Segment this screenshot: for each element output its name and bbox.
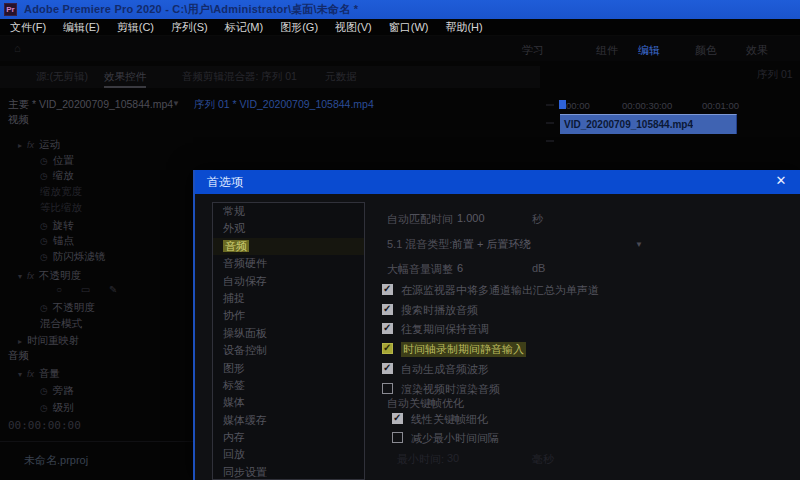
chevron-down-icon[interactable]: ▼ xyxy=(172,99,180,108)
mask-tool-icons[interactable]: ○ ▭ ✎ xyxy=(56,284,125,295)
pref-category-sync-settings[interactable]: 同步设置 xyxy=(213,464,364,480)
project-file-name[interactable]: 未命名.prproj xyxy=(24,453,88,468)
pref-category-auto-save[interactable]: 自动保存 xyxy=(213,273,364,290)
disclosure-triangle-icon[interactable]: ▸ xyxy=(18,141,22,150)
checkbox-mute-input-recording[interactable] xyxy=(382,343,393,354)
playhead-timecode[interactable]: 00:00:00:00 xyxy=(8,419,81,432)
pref-category-media-cache[interactable]: 媒体缓存 xyxy=(213,412,364,429)
fx-row-uniform-scale[interactable]: 等比缩放 xyxy=(40,201,82,215)
home-icon[interactable]: ⌂ xyxy=(14,42,21,54)
stopwatch-icon[interactable]: ◷ xyxy=(40,303,48,313)
menu-sequence[interactable]: 序列(S) xyxy=(169,19,210,36)
close-icon[interactable]: ✕ xyxy=(772,173,790,188)
workspace-tab-effects[interactable]: 效果 xyxy=(746,43,768,58)
workspace-tab-color[interactable]: 颜色 xyxy=(695,43,717,58)
menu-help[interactable]: 帮助(H) xyxy=(443,19,484,36)
checkbox-label[interactable]: 往复期间保持音调 xyxy=(401,322,489,337)
tab-audio-clip-mixer[interactable]: 音频剪辑混合器: 序列 01 xyxy=(182,70,297,84)
timeline-playhead[interactable] xyxy=(559,100,566,109)
fx-row-antiflicker[interactable]: ◷防闪烁滤镜 xyxy=(40,250,105,264)
disclosure-triangle-icon[interactable]: ▾ xyxy=(18,370,22,379)
disclosure-triangle-icon[interactable]: ▾ xyxy=(18,272,22,281)
workspace-tab-editing[interactable]: 编辑 xyxy=(638,43,660,58)
stopwatch-icon[interactable]: ◷ xyxy=(40,171,48,181)
pref-category-appearance[interactable]: 外观 xyxy=(213,220,364,237)
menu-edit[interactable]: 编辑(E) xyxy=(61,19,102,36)
stopwatch-icon[interactable]: ◷ xyxy=(40,156,48,166)
tab-effect-controls[interactable]: 效果控件 xyxy=(104,70,146,84)
checkbox-play-audio-scrub[interactable] xyxy=(382,304,393,315)
fx-row-label: 运动 xyxy=(39,138,60,150)
timeline-clip[interactable]: VID_20200709_105844.mp4 xyxy=(560,114,737,134)
checkbox-reduce-min-interval[interactable] xyxy=(392,432,403,443)
workspace-tab-assembly[interactable]: 组件 xyxy=(596,43,618,58)
fx-row-position[interactable]: ◷位置 xyxy=(40,154,74,168)
fx-row-bypass[interactable]: ◷旁路 xyxy=(40,384,74,398)
automatch-time-input[interactable]: 1.000 xyxy=(457,212,485,224)
fx-row-time-remapping[interactable]: ▸时间重映射 xyxy=(18,334,80,348)
pref-category-general[interactable]: 常规 xyxy=(213,203,364,220)
pref-category-collaboration[interactable]: 协作 xyxy=(213,307,364,324)
pref-category-capture[interactable]: 捕捉 xyxy=(213,290,364,307)
checkbox-maintain-pitch[interactable] xyxy=(382,323,393,334)
toggle-animation-icon[interactable]: ◷ xyxy=(40,403,48,413)
tab-metadata[interactable]: 元数据 xyxy=(325,70,357,84)
fx-row-blend-mode[interactable]: 混合模式 xyxy=(40,317,82,331)
pref-category-playback[interactable]: 回放 xyxy=(213,446,364,463)
chevron-down-icon[interactable]: ▼ xyxy=(635,240,643,249)
checkbox-label[interactable]: 线性关键帧细化 xyxy=(411,412,488,427)
pref-category-labels[interactable]: 标签 xyxy=(213,377,364,394)
checkbox-render-audio[interactable] xyxy=(382,383,393,394)
workspace-tab-learning[interactable]: 学习 xyxy=(522,43,544,58)
fx-row-scale[interactable]: ◷缩放 xyxy=(40,169,74,183)
checkbox-label[interactable]: 自动生成音频波形 xyxy=(401,362,489,377)
checkbox-label[interactable]: 渲染视频时渲染音频 xyxy=(401,382,500,397)
checkbox-label-highlighted[interactable]: 时间轴录制期间静音输入 xyxy=(401,342,526,357)
pref-category-memory[interactable]: 内存 xyxy=(213,429,364,446)
volume-adjust-unit: dB xyxy=(532,262,545,274)
pref-category-device-control[interactable]: 设备控制 xyxy=(213,342,364,359)
fx-row-anchor-point[interactable]: ◷锚点 xyxy=(40,234,74,248)
dialog-titlebar[interactable]: 首选项 ✕ xyxy=(195,170,800,194)
pref-category-media[interactable]: 媒体 xyxy=(213,394,364,411)
fx-row-level[interactable]: ◷级别 xyxy=(40,401,74,415)
pref-category-graphics[interactable]: 图形 xyxy=(213,360,364,377)
fx-row-volume[interactable]: ▾fx音量 xyxy=(18,367,60,381)
checkbox-label[interactable]: 在源监视器中将多通道输出汇总为单声道 xyxy=(401,283,599,298)
checkbox-label[interactable]: 减少最小时间间隔 xyxy=(411,431,499,446)
stopwatch-icon[interactable]: ◷ xyxy=(40,236,48,246)
fx-row-opacity-group[interactable]: ▾fx不透明度 xyxy=(18,269,81,283)
fx-row-opacity[interactable]: ◷不透明度 xyxy=(40,301,95,315)
menu-file[interactable]: 文件(F) xyxy=(8,19,48,36)
mixdown-type-select[interactable]: 前置 + 后置环绕 xyxy=(452,237,531,252)
tab-source-monitor[interactable]: 源:(无剪辑) xyxy=(36,70,88,84)
toggle-animation-icon[interactable]: ◷ xyxy=(40,386,48,396)
fx-row-motion[interactable]: ▸fx运动 xyxy=(18,138,60,152)
pref-category-audio[interactable]: 音频 xyxy=(213,238,364,255)
pref-category-audio-hardware[interactable]: 音频硬件 xyxy=(213,255,364,272)
menu-window[interactable]: 窗口(W) xyxy=(387,19,431,36)
checkbox-label[interactable]: 搜索时播放音频 xyxy=(401,303,478,318)
pref-category-control-surface[interactable]: 操纵面板 xyxy=(213,325,364,342)
fx-row-label: 不透明度 xyxy=(39,269,81,281)
menu-graphics[interactable]: 图形(G) xyxy=(278,19,320,36)
checkbox-mixdown-mono[interactable] xyxy=(382,284,393,295)
highlighted-match-text: 音频 xyxy=(223,240,249,252)
checkbox-linear-keyframe-thinning[interactable] xyxy=(392,413,403,424)
stopwatch-icon[interactable]: ◷ xyxy=(40,252,48,262)
sequence-clip-link[interactable]: 序列 01 * VID_20200709_105844.mp4 xyxy=(194,98,374,112)
volume-adjust-input[interactable]: 6 xyxy=(457,262,463,274)
disclosure-triangle-icon[interactable]: ▸ xyxy=(18,337,22,346)
tab-sequence-01[interactable]: 序列 01 xyxy=(757,68,793,82)
menu-clip[interactable]: 剪辑(C) xyxy=(115,19,156,36)
menu-view[interactable]: 视图(V) xyxy=(333,19,374,36)
fx-row-rotation[interactable]: ◷旋转 xyxy=(40,219,74,233)
master-clip-label[interactable]: 主要 * VID_20200709_105844.mp4 xyxy=(8,98,173,112)
checkbox-auto-waveforms[interactable] xyxy=(382,363,393,374)
workspace-bar: ⌂ 学习 组件 编辑 颜色 效果 xyxy=(0,36,800,61)
window-titlebar[interactable]: Pr Adobe Premiere Pro 2020 - C:\用户\Admin… xyxy=(0,0,800,19)
fx-row-label: 音量 xyxy=(39,367,60,379)
fx-section-video: 视频 xyxy=(8,113,29,127)
menu-markers[interactable]: 标记(M) xyxy=(223,19,266,36)
stopwatch-icon[interactable]: ◷ xyxy=(40,221,48,231)
